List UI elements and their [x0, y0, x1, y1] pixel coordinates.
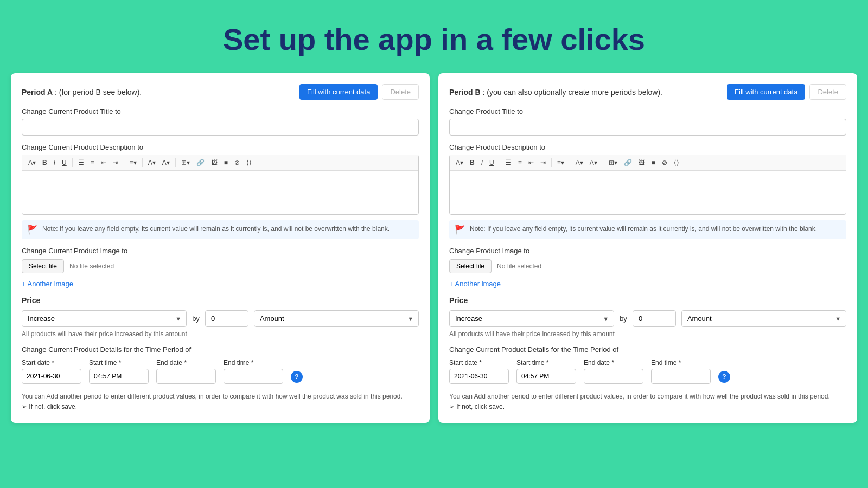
toolbar-a-link[interactable]: 🔗 [194, 157, 207, 168]
panel-b-period-label: Period B : (you can also optionally crea… [449, 88, 662, 97]
panel-b-end-time-field: End time * [651, 359, 711, 384]
panel-a-start-date-field: Start date * [22, 359, 81, 384]
toolbar-a-ul[interactable]: ☰ [75, 157, 87, 168]
toolbar-b-image[interactable]: 🖼 [636, 157, 648, 168]
toolbar-a-hr[interactable]: ⊘ [232, 157, 242, 168]
panel-b-start-date-label: Start date * [449, 359, 509, 367]
panel-a-desc-label: Change Current Product Description to [22, 143, 419, 151]
panel-b-increase-select[interactable]: Increase [449, 310, 614, 327]
panel-b-end-date-field: End date * [584, 359, 643, 384]
panel-a-delete-button[interactable]: Delete [382, 84, 419, 100]
panel-a-note: 🚩 Note: If you leave any field empty, it… [22, 220, 419, 239]
toolbar-b-indent-in[interactable]: ⇥ [538, 157, 548, 168]
panel-b-flag-icon: 🚩 [455, 224, 465, 235]
toolbar-b-bold[interactable]: B [467, 157, 477, 168]
panel-a-start-time-label: Start time * [89, 359, 149, 367]
panel-a-file-name: No file selected [69, 262, 114, 270]
toolbar-b-table[interactable]: ⊞▾ [606, 157, 620, 168]
panel-b-help-icon[interactable]: ? [718, 371, 730, 383]
panel-b-price-row: Increase ▼ by Amount ▼ [449, 310, 846, 327]
toolbar-b-bg-color[interactable]: A▾ [587, 157, 600, 168]
panel-a-end-time-input[interactable] [224, 369, 283, 384]
panel-b-increase-wrapper: Increase ▼ [449, 310, 614, 327]
panel-a-header: Period A : (for period B see below). Fil… [22, 84, 419, 100]
toolbar-a-indent-out[interactable]: ⇤ [98, 157, 109, 168]
panel-b-fill-button[interactable]: Fill with current data [727, 84, 805, 100]
panel-a-period-bold: Period A [22, 88, 53, 97]
panel-b-start-time-input[interactable] [516, 369, 576, 384]
toolbar-b-italic[interactable]: I [478, 157, 486, 168]
panel-b-start-date-input[interactable] [449, 369, 509, 384]
panel-a-add-image-link[interactable]: + Another image [22, 280, 73, 288]
panel-b-note: 🚩 Note: If you leave any field empty, it… [449, 220, 846, 239]
panel-a-select-file-button[interactable]: Select file [22, 259, 64, 273]
toolbar-b-underline[interactable]: U [487, 157, 497, 168]
panel-b-note-text: Note: If you leave any field empty, its … [470, 224, 817, 234]
panel-a-start-time-input[interactable] [89, 369, 149, 384]
toolbar-b-font[interactable]: A▾ [453, 157, 466, 168]
toolbar-b-video[interactable]: ■ [649, 157, 658, 168]
toolbar-a-ol[interactable]: ≡ [88, 157, 97, 168]
toolbar-b-indent-out[interactable]: ⇤ [526, 157, 537, 168]
panel-b-end-date-label: End date * [584, 359, 643, 367]
toolbar-b-hr[interactable]: ⊘ [659, 157, 670, 168]
toolbar-b-code[interactable]: ⟨⟩ [671, 157, 682, 168]
toolbar-a-table[interactable]: ⊞▾ [178, 157, 193, 168]
toolbar-a-bg-color[interactable]: A▾ [159, 157, 173, 168]
panel-a-start-date-label: Start date * [22, 359, 81, 367]
toolbar-b-divider2 [551, 158, 552, 167]
toolbar-a-underline[interactable]: U [59, 157, 69, 168]
panel-a-amount-select[interactable]: Amount [254, 310, 419, 327]
toolbar-a-image[interactable]: 🖼 [208, 157, 220, 168]
panel-a-end-time-label: End time * [224, 359, 283, 367]
panel-b-start-time-label: Start time * [516, 359, 576, 367]
panel-b-image-label: Change Product Image to [449, 247, 846, 255]
panel-a-start-time-field: Start time * [89, 359, 149, 384]
panel-b-header-buttons: Fill with current data Delete [727, 84, 846, 100]
panel-b-start-time-field: Start time * [516, 359, 576, 384]
panel-b-end-date-input[interactable] [584, 369, 643, 384]
panel-a-editor-body[interactable] [22, 171, 418, 214]
toolbar-a-indent-in[interactable]: ⇥ [110, 157, 121, 168]
panel-b-period-details-label: Change Current Product Details for the T… [449, 345, 846, 354]
panel-a-footer-note: You can Add another period to enter diff… [22, 391, 419, 412]
panel-a-header-buttons: Fill with current data Delete [299, 84, 419, 100]
panel-b-amount-input[interactable] [633, 310, 676, 327]
panel-b-footer-note-text: You can Add another period to enter diff… [449, 393, 830, 400]
toolbar-a-divider3 [142, 158, 143, 167]
toolbar-b-font-color[interactable]: A▾ [573, 157, 586, 168]
toolbar-a-italic[interactable]: I [51, 157, 58, 168]
panel-a-title-input[interactable] [22, 119, 419, 136]
panel-a-help-icon[interactable]: ? [291, 371, 303, 383]
panel-a-end-date-label: End date * [156, 359, 216, 367]
toolbar-b-link[interactable]: 🔗 [621, 157, 635, 168]
panel-a-increase-select[interactable]: Increase [22, 310, 187, 327]
toolbar-b-divider1 [500, 158, 500, 167]
toolbar-a-align[interactable]: ≡▾ [127, 157, 139, 168]
panel-a-flag-icon: 🚩 [27, 224, 38, 235]
toolbar-a-video[interactable]: ■ [221, 157, 231, 168]
panel-a-amount-input[interactable] [205, 310, 248, 327]
panel-a-by-label: by [192, 314, 200, 323]
toolbar-b-ul[interactable]: ☰ [503, 157, 514, 168]
panel-b-amount-select[interactable]: Amount [681, 310, 846, 327]
panel-b-select-file-button[interactable]: Select file [449, 259, 492, 273]
panel-b-editor-body[interactable] [450, 171, 846, 214]
toolbar-a-bold[interactable]: B [40, 157, 50, 168]
toolbar-a-font-color[interactable]: A▾ [145, 157, 158, 168]
panel-a-end-date-input[interactable] [156, 369, 216, 384]
panel-b-delete-button[interactable]: Delete [809, 84, 846, 100]
toolbar-b-ol[interactable]: ≡ [515, 157, 525, 168]
panel-a-date-row: Start date * Start time * End date * End… [22, 359, 419, 384]
panel-a-footer-note-text: You can Add another period to enter diff… [22, 393, 403, 400]
panel-b-end-time-input[interactable] [651, 369, 711, 384]
toolbar-a-font[interactable]: A▾ [25, 157, 39, 168]
toolbar-a-code[interactable]: ⟨⟩ [244, 157, 254, 168]
panel-b-start-date-field: Start date * [449, 359, 509, 384]
panel-b-title-input[interactable] [449, 119, 846, 136]
panel-b-add-image-link[interactable]: + Another image [449, 280, 501, 288]
panel-a-start-date-input[interactable] [22, 369, 81, 384]
panel-b-footer-note: You can Add another period to enter diff… [449, 391, 846, 412]
panel-a-fill-button[interactable]: Fill with current data [299, 84, 378, 100]
toolbar-b-align[interactable]: ≡▾ [554, 157, 567, 168]
